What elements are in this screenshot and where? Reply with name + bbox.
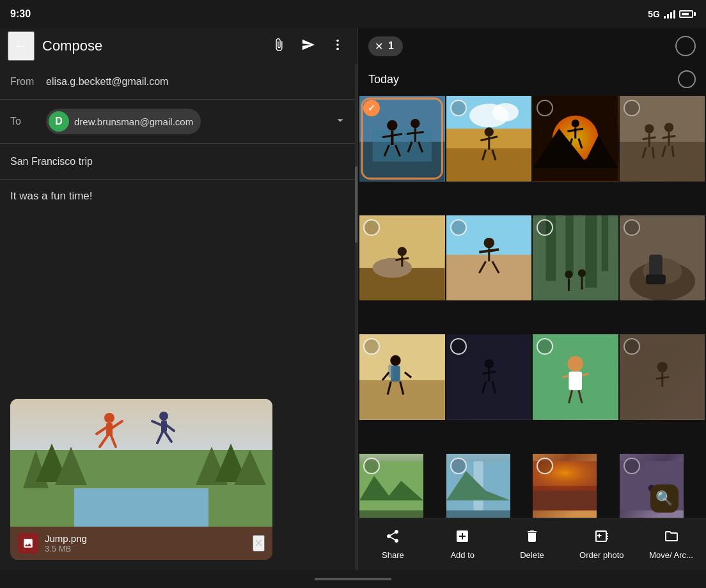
share-label: Share [382,550,404,560]
email-compose-panel: ← Compose [0,28,358,570]
photo-cell-5[interactable] [359,215,445,301]
photo-cell-15[interactable] [533,454,597,518]
svg-point-27 [387,120,397,130]
to-field[interactable]: To D drew.brunsman@gmail.com [0,100,357,144]
select-photo-14[interactable] [450,458,467,474]
select-photo-8[interactable] [624,219,640,236]
photo-cell-3[interactable] [533,96,618,182]
photo-cell-6[interactable] [446,215,532,301]
chevron-down-icon [333,113,347,127]
attachment-area: Jump.png 3.5 MB ✕ [0,389,357,570]
select-photo-2[interactable] [450,100,467,116]
select-date-group-button[interactable] [678,70,696,88]
more-button[interactable] [326,33,350,60]
subject-text: San Francisco trip [10,156,347,167]
compose-title: Compose [42,38,259,54]
attach-button[interactable] [267,33,291,60]
photo-cell-16[interactable]: 🔍 [620,454,684,518]
photo-cell-9[interactable] [359,334,445,420]
select-photo-7[interactable] [537,219,553,236]
add-to-label: Add to [450,550,475,560]
recipient-chip[interactable]: D drew.brunsman@gmail.com [46,109,201,134]
from-field: From elisa.g.beckett@gmail.com [0,64,357,100]
subject-field[interactable]: San Francisco trip [0,144,357,180]
svg-point-1 [336,43,339,46]
svg-point-12 [104,413,114,423]
share-action[interactable]: Share [358,526,428,562]
select-photo-3[interactable] [537,100,553,116]
attachment-footer: Jump.png 3.5 MB ✕ [10,527,272,560]
svg-rect-11 [74,488,208,527]
email-header: ← Compose [0,28,357,64]
photo-cell-7[interactable] [533,215,618,301]
select-all-button[interactable] [675,36,696,56]
delete-label: Delete [520,550,544,560]
close-selection-button[interactable]: ✕ 1 [368,36,403,56]
send-icon [301,38,315,52]
expand-recipients-button[interactable] [333,113,347,130]
svg-point-0 [336,39,339,42]
svg-rect-13 [106,423,113,436]
photo-cell-12[interactable] [620,334,705,420]
recipient-email: drew.brunsman@gmail.com [74,116,193,127]
from-email: elisa.g.beckett@gmail.com [46,76,347,88]
attachment-card: Jump.png 3.5 MB ✕ [10,399,272,560]
select-photo-16[interactable] [624,458,640,474]
zoom-photo-button[interactable]: 🔍 [650,484,679,513]
photo-cell-1[interactable] [359,96,445,182]
select-photo-6[interactable] [450,219,467,236]
main-container: ← Compose [0,28,706,570]
order-photo-label: Order photo [579,550,624,560]
zoom-icon: 🔍 [655,490,673,507]
photo-cell-10[interactable] [446,334,532,420]
photo-cell-11[interactable] [533,334,618,420]
send-button[interactable] [296,33,320,60]
move-archive-action[interactable]: Move/ Arc... [636,526,706,562]
share-icon [385,529,400,548]
header-actions [267,33,350,60]
attachment-preview [10,399,272,527]
photo-grid-row4: 🔍 [358,454,706,518]
photo-header: ✕ 1 [358,28,706,64]
move-icon [664,529,679,548]
select-photo-13[interactable] [363,458,380,474]
attachment-filename: Jump.png [45,533,246,544]
date-section-header: Today [358,64,706,95]
photo-cell-8[interactable] [620,215,705,301]
photo-cell-4[interactable] [620,96,705,182]
order-photo-action[interactable]: Order photo [567,526,636,562]
svg-rect-26 [373,128,432,161]
back-button[interactable]: ← [8,31,35,61]
select-photo-4[interactable] [624,100,640,116]
scroll-divider [355,64,357,570]
scroll-thumb [355,166,357,243]
delete-icon [524,529,540,548]
add-icon [455,529,470,548]
to-label: To [10,116,36,127]
order-icon [594,529,609,548]
image-file-icon [22,538,34,549]
photo-cell-13[interactable] [359,454,423,518]
select-photo-12[interactable] [624,338,640,355]
file-icon [18,533,38,553]
jump-image [10,399,272,527]
remove-attachment-button[interactable]: ✕ [253,535,265,552]
photo-picker-panel: ✕ 1 Today [358,28,706,570]
add-to-action[interactable]: Add to [428,526,498,562]
photo-cell-2[interactable] [446,96,532,182]
select-photo-10[interactable] [450,338,467,355]
select-photo-15[interactable] [537,458,553,474]
home-indicator [0,570,706,588]
photo-actions-bar: Share Add to Delete [358,518,706,570]
select-photo-1[interactable] [363,100,380,116]
paperclip-icon [272,38,286,52]
select-photo-5[interactable] [363,219,380,236]
svg-point-2 [336,47,339,50]
delete-action[interactable]: Delete [498,526,567,562]
avatar: D [49,111,69,132]
photo-cell-14[interactable] [446,454,510,518]
svg-point-18 [159,412,168,421]
body-field[interactable]: It was a fun time! [0,180,357,376]
clock: 9:30 [10,8,31,20]
status-bar: 9:30 5G [0,0,706,28]
